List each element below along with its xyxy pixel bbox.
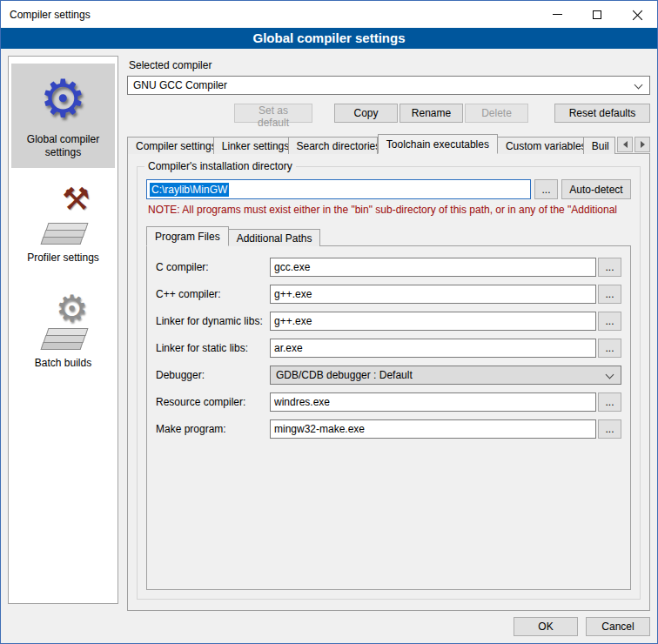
global-compiler-settings-icon: ⚙: [35, 70, 92, 128]
triangle-right-icon: [641, 141, 645, 148]
c-compiler-browse-button[interactable]: ...: [598, 258, 621, 277]
close-button[interactable]: [617, 1, 657, 28]
chevron-down-icon: [634, 81, 643, 90]
sidebar-item-label: Global compiler settings: [13, 133, 113, 159]
debugger-select[interactable]: GDB/CDB debugger : Default: [270, 366, 621, 385]
make-program-browse-button[interactable]: ...: [598, 419, 621, 439]
dynamic-linker-browse-button[interactable]: ...: [598, 312, 621, 331]
sidebar-item-label: Profiler settings: [13, 252, 113, 265]
tab-scroll-right-button[interactable]: [634, 137, 650, 152]
program-files-tab-strip: Program Files Additional Paths: [146, 226, 631, 246]
reset-defaults-button[interactable]: Reset defaults: [554, 104, 650, 123]
auto-detect-button[interactable]: Auto-detect: [561, 179, 631, 199]
field-row-c-compiler: C compiler: ...: [156, 258, 621, 277]
tab-search-directories[interactable]: Search directories: [289, 137, 378, 154]
compiler-select-value: GNU GCC Compiler: [133, 79, 227, 91]
triangle-left-icon: [623, 141, 628, 148]
window-controls: [537, 1, 657, 28]
bin-subdirectory-note: NOTE: All programs must exist either in …: [148, 204, 629, 216]
papers-stack-icon: [42, 218, 87, 245]
profiler-settings-icon: ⚒: [35, 189, 92, 246]
batch-builds-icon: ⚙: [35, 294, 92, 352]
title-bar: Compiler settings: [1, 1, 657, 28]
tab-scroll-arrows: [617, 137, 650, 152]
main-row: ⚙ Global compiler settings ⚒ Profiler se…: [8, 56, 650, 611]
field-row-resource-compiler: Resource compiler: ...: [156, 392, 621, 412]
sidebar-item-label: Batch builds: [13, 357, 113, 370]
selected-compiler-label: Selected compiler: [129, 59, 650, 71]
dynamic-linker-input[interactable]: [270, 312, 596, 331]
tab-custom-variables[interactable]: Custom variables: [498, 137, 584, 154]
tab-toolchain-executables[interactable]: Toolchain executables: [378, 134, 498, 154]
paper-sheet: [43, 335, 85, 343]
compiler-buttons-row: Set as default Copy Rename Delete Reset …: [127, 104, 650, 123]
dialog-footer: OK Cancel: [8, 611, 650, 636]
program-files-panel: C compiler: ... C++ compiler: ... Linker: [146, 245, 631, 590]
close-icon: [632, 9, 643, 20]
debugger-select-value: GDB/CDB debugger : Default: [276, 369, 413, 381]
field-label: Resource compiler:: [156, 396, 270, 408]
sidebar-item-batch-builds[interactable]: ⚙ Batch builds: [11, 287, 115, 379]
field-row-make-program: Make program: ...: [156, 419, 621, 439]
maximize-button[interactable]: [577, 1, 617, 28]
field-label: Linker for dynamic libs:: [156, 315, 270, 327]
minimize-button[interactable]: [537, 1, 577, 28]
maximize-icon: [593, 10, 601, 19]
dialog-content: ⚙ Global compiler settings ⚒ Profiler se…: [1, 49, 657, 643]
field-label: C compiler:: [156, 261, 270, 273]
tab-additional-paths[interactable]: Additional Paths: [229, 229, 321, 246]
installation-directory-groupbox: Compiler's installation directory C:\ray…: [137, 166, 641, 600]
field-row-static-linker: Linker for static libs: ...: [156, 339, 621, 358]
installation-directory-browse-button[interactable]: ...: [534, 179, 558, 199]
window-title: Compiler settings: [1, 9, 91, 21]
c-compiler-input[interactable]: [270, 258, 596, 277]
installation-directory-row: C:\raylib\MinGW ... Auto-detect: [146, 179, 631, 199]
resource-compiler-input[interactable]: [270, 392, 596, 412]
gear-icon: ⚙: [56, 291, 89, 327]
resource-compiler-browse-button[interactable]: ...: [598, 392, 621, 412]
gear-icon: ⚙: [35, 70, 92, 128]
tab-scroll-left-button[interactable]: [617, 137, 633, 152]
static-linker-input[interactable]: [270, 339, 596, 358]
paper-sheet: [43, 230, 85, 238]
cpp-compiler-browse-button[interactable]: ...: [598, 285, 621, 304]
category-sidebar: ⚙ Global compiler settings ⚒ Profiler se…: [8, 56, 118, 604]
copy-button[interactable]: Copy: [334, 104, 398, 123]
installation-directory-input[interactable]: C:\raylib\MinGW: [146, 179, 531, 199]
paper-sheet: [45, 223, 88, 231]
cancel-button[interactable]: Cancel: [586, 617, 650, 636]
main-panel: Selected compiler GNU GCC Compiler Set a…: [118, 56, 650, 611]
delete-button[interactable]: Delete: [465, 104, 528, 123]
ok-button[interactable]: OK: [514, 617, 578, 636]
toolchain-executables-panel: Compiler's installation directory C:\ray…: [127, 153, 650, 611]
tab-linker-settings[interactable]: Linker settings: [214, 137, 289, 154]
make-program-input[interactable]: [270, 419, 596, 439]
sidebar-item-profiler-settings[interactable]: ⚒ Profiler settings: [11, 182, 115, 273]
field-row-dynamic-linker: Linker for dynamic libs: ...: [156, 312, 621, 331]
chevron-down-icon: [606, 371, 614, 379]
cpp-compiler-input[interactable]: [270, 285, 596, 304]
field-label: Debugger:: [156, 369, 270, 381]
minimize-icon: [553, 14, 562, 15]
paper-sheet: [40, 342, 83, 350]
field-label: C++ compiler:: [156, 288, 270, 300]
settings-tab-strip: Compiler settings Linker settings Search…: [127, 134, 650, 154]
hammer-icon: ⚒: [62, 184, 90, 215]
groupbox-title: Compiler's installation directory: [144, 160, 296, 172]
field-row-cpp-compiler: C++ compiler: ...: [156, 285, 621, 304]
compiler-settings-window: Compiler settings Global compiler settin…: [0, 0, 658, 644]
tab-build-options[interactable]: Buil: [584, 137, 615, 154]
installation-directory-value: C:\raylib\MinGW: [150, 183, 229, 197]
static-linker-browse-button[interactable]: ...: [598, 339, 621, 358]
tab-compiler-settings[interactable]: Compiler settings: [127, 137, 214, 154]
field-label: Linker for static libs:: [156, 342, 270, 354]
sidebar-item-global-compiler-settings[interactable]: ⚙ Global compiler settings: [11, 64, 115, 168]
tab-program-files[interactable]: Program Files: [146, 226, 229, 246]
paper-sheet: [45, 328, 88, 336]
dialog-header: Global compiler settings: [1, 28, 657, 49]
paper-sheet: [40, 237, 83, 245]
set-as-default-button[interactable]: Set as default: [234, 104, 312, 123]
field-row-debugger: Debugger: GDB/CDB debugger : Default: [156, 366, 621, 385]
rename-button[interactable]: Rename: [400, 104, 463, 123]
compiler-select[interactable]: GNU GCC Compiler: [127, 76, 650, 95]
